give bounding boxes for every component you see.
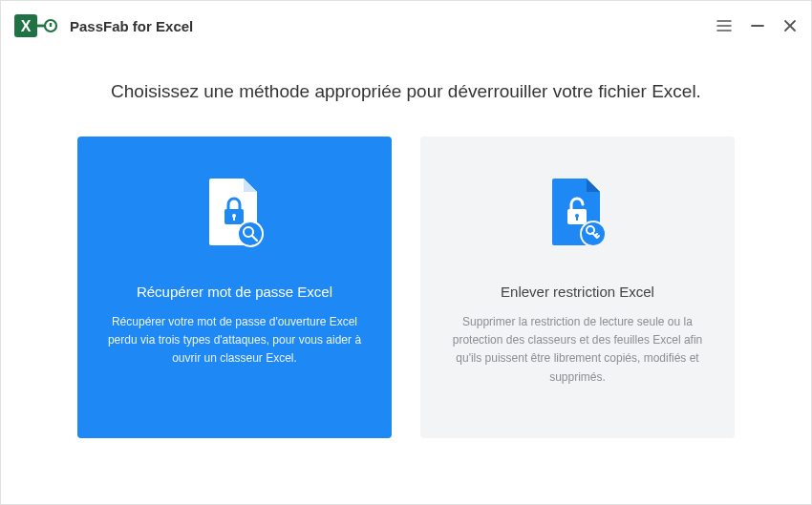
method-cards: Récupérer mot de passe Excel Récupérer v… [1, 137, 811, 438]
close-icon[interactable] [782, 18, 798, 33]
page-title: Choisissez une méthode appropriée pour d… [1, 81, 811, 102]
svg-rect-12 [576, 217, 578, 221]
card-recover-title: Récupérer mot de passe Excel [137, 284, 332, 300]
svg-rect-4 [50, 23, 52, 27]
svg-text:X: X [21, 18, 32, 34]
app-title: PassFab for Excel [70, 18, 193, 34]
svg-point-8 [238, 221, 263, 246]
file-lock-search-icon [198, 175, 272, 261]
card-recover-password[interactable]: Récupérer mot de passe Excel Récupérer v… [77, 137, 392, 438]
svg-rect-7 [233, 217, 235, 221]
file-unlock-key-icon [541, 175, 615, 261]
card-remove-title: Enlever restriction Excel [501, 284, 654, 300]
app-logo-icon: X [14, 12, 60, 39]
card-recover-desc: Récupérer votre mot de passe d'ouverture… [102, 313, 367, 368]
minimize-icon[interactable] [750, 18, 765, 33]
title-left: X PassFab for Excel [14, 12, 193, 39]
card-remove-restriction[interactable]: Enlever restriction Excel Supprimer la r… [420, 137, 735, 438]
card-remove-desc: Supprimer la restriction de lecture seul… [445, 313, 710, 387]
window-controls [716, 17, 798, 34]
menu-icon[interactable] [716, 17, 733, 34]
titlebar: X PassFab for Excel [1, 1, 811, 51]
svg-rect-3 [37, 25, 45, 28]
